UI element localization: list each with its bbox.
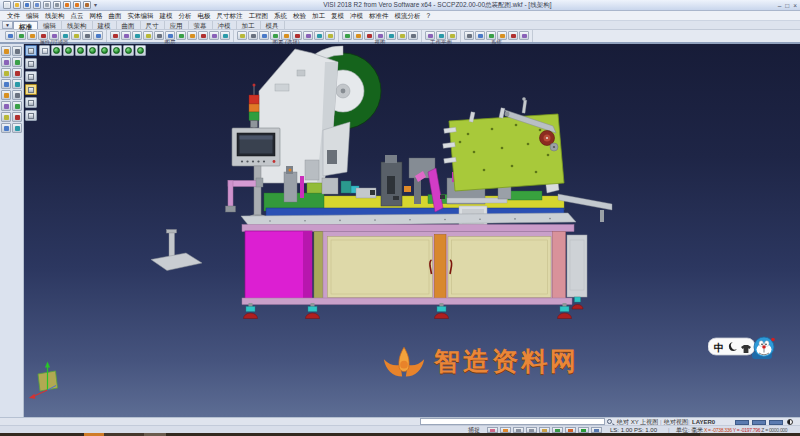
- open-file-icon[interactable]: [13, 1, 21, 9]
- import-icon[interactable]: [43, 1, 51, 9]
- menu-item[interactable]: 实体编辑: [125, 11, 157, 21]
- ribbon-tool-icon[interactable]: [5, 31, 15, 40]
- ribbon-tool-icon[interactable]: [16, 31, 26, 40]
- ime-language-button[interactable]: 中: [714, 342, 724, 353]
- ribbon-tool-icon[interactable]: [303, 31, 313, 40]
- ribbon-tool-icon[interactable]: [386, 31, 396, 40]
- sidebar-tool-icon[interactable]: [1, 79, 11, 89]
- menu-item[interactable]: 标准件: [366, 11, 392, 21]
- sidebar-tool-icon[interactable]: [12, 46, 22, 56]
- view-mode-icon[interactable]: [39, 45, 50, 56]
- toolbar-tab[interactable]: 曲面: [117, 21, 141, 29]
- sidebar-tool-icon[interactable]: [12, 57, 22, 67]
- view-orientation-icon[interactable]: [123, 45, 134, 56]
- ribbon-tool-icon[interactable]: [93, 31, 103, 40]
- save-icon[interactable]: [23, 1, 31, 9]
- sidebar-tool-icon[interactable]: [1, 101, 11, 111]
- sidebar-tool-icon[interactable]: [1, 123, 11, 133]
- display-option-icon[interactable]: [25, 71, 37, 82]
- sidebar-tool-icon[interactable]: [12, 90, 22, 100]
- maximize-button[interactable]: □: [785, 1, 789, 10]
- menu-item[interactable]: 冲模: [347, 11, 366, 21]
- view-orientation-icon[interactable]: [111, 45, 122, 56]
- ribbon-tool-icon[interactable]: [198, 31, 208, 40]
- toolbar-tab[interactable]: 尺寸: [141, 21, 165, 29]
- ribbon-tool-icon[interactable]: [408, 31, 418, 40]
- menu-item[interactable]: 线架构: [42, 11, 68, 21]
- ribbon-tool-icon[interactable]: [325, 31, 335, 40]
- view-orientation-icon[interactable]: [135, 45, 146, 56]
- menu-item[interactable]: 复模: [328, 11, 347, 21]
- ribbon-tool-icon[interactable]: [259, 31, 269, 40]
- ribbon-tool-icon[interactable]: [110, 31, 120, 40]
- sidebar-tool-icon[interactable]: [1, 112, 11, 122]
- menu-item[interactable]: 尺寸标注: [214, 11, 246, 21]
- view-orientation-icon[interactable]: [99, 45, 110, 56]
- sidebar-tool-icon[interactable]: [1, 57, 11, 67]
- ribbon-tool-icon[interactable]: [209, 31, 219, 40]
- ribbon-tool-icon[interactable]: [187, 31, 197, 40]
- sidebar-tool-icon[interactable]: [12, 101, 22, 111]
- ribbon-tool-icon[interactable]: [364, 31, 374, 40]
- menu-item[interactable]: 校验: [290, 11, 309, 21]
- ribbon-tool-icon[interactable]: [237, 31, 247, 40]
- view-orientation-icon[interactable]: [87, 45, 98, 56]
- menu-item[interactable]: 工程图: [246, 11, 272, 21]
- toolbar-tab[interactable]: 冲模: [213, 21, 237, 29]
- save-all-icon[interactable]: [33, 1, 41, 9]
- toolbar-tab[interactable]: 模具: [261, 21, 285, 29]
- view-preset-1[interactable]: [735, 420, 749, 425]
- view-preset-2[interactable]: [752, 420, 766, 425]
- toolbar-tab[interactable]: 建模: [93, 21, 117, 29]
- ribbon-tool-icon[interactable]: [154, 31, 164, 40]
- toolbar-tab[interactable]: 标准: [13, 21, 38, 29]
- search-icon[interactable]: [607, 419, 612, 424]
- toolbar-tab[interactable]: 萤幕: [189, 21, 213, 29]
- viewport-canvas[interactable]: 智造资料网 中: [24, 44, 800, 417]
- ribbon-tool-icon[interactable]: [176, 31, 186, 40]
- ribbon-tool-icon[interactable]: [464, 31, 474, 40]
- menu-item[interactable]: 系统: [271, 11, 290, 21]
- menu-item[interactable]: 点云: [68, 11, 87, 21]
- ime-toolbar[interactable]: 中: [708, 334, 776, 364]
- ribbon-tool-icon[interactable]: [82, 31, 92, 40]
- sidebar-tool-icon[interactable]: [1, 68, 11, 78]
- ribbon-tool-icon[interactable]: [27, 31, 37, 40]
- machine-assembly-model[interactable]: [24, 44, 800, 417]
- toolbar-tab[interactable]: 应用: [165, 21, 189, 29]
- minimize-button[interactable]: –: [778, 1, 782, 10]
- menu-item[interactable]: 编辑: [23, 11, 42, 21]
- redo-icon[interactable]: [73, 1, 81, 9]
- ribbon-tool-icon[interactable]: [121, 31, 131, 40]
- display-option-icon[interactable]: [25, 97, 37, 108]
- toolbar-tab[interactable]: 加工: [237, 21, 261, 29]
- view-orientation-icon[interactable]: [75, 45, 86, 56]
- ribbon-tool-icon[interactable]: [132, 31, 142, 40]
- machine-feet[interactable]: [244, 303, 572, 319]
- ribbon-tool-icon[interactable]: [248, 31, 258, 40]
- menu-item[interactable]: 模流分析: [392, 11, 424, 21]
- menu-item[interactable]: 建模: [157, 11, 176, 21]
- sidebar-tool-icon[interactable]: [12, 112, 22, 122]
- ribbon-tool-icon[interactable]: [519, 31, 529, 40]
- ribbon-tool-icon[interactable]: [314, 31, 324, 40]
- ribbon-tool-icon[interactable]: [508, 31, 518, 40]
- stamp-icon[interactable]: [83, 1, 91, 9]
- feeder-board[interactable]: [443, 97, 564, 191]
- view-preset-3[interactable]: [769, 420, 783, 425]
- new-file-icon[interactable]: [3, 1, 11, 9]
- display-option-icon[interactable]: [25, 45, 37, 56]
- ribbon-tool-icon[interactable]: [220, 31, 230, 40]
- ribbon-tool-icon[interactable]: [71, 31, 81, 40]
- toolbar-dropdown-icon[interactable]: ▼: [2, 21, 13, 29]
- display-option-icon[interactable]: [25, 110, 37, 121]
- view-orientation-icon[interactable]: [51, 45, 62, 56]
- display-option-icon[interactable]: [25, 84, 37, 95]
- command-input[interactable]: [420, 418, 605, 425]
- toolbar-tab[interactable]: 编辑: [38, 21, 62, 29]
- view-orientation-icon[interactable]: [63, 45, 74, 56]
- menu-item[interactable]: ?: [424, 11, 434, 21]
- menu-item[interactable]: 曲面: [106, 11, 125, 21]
- sidebar-tool-icon[interactable]: [1, 90, 11, 100]
- sidebar-tool-icon[interactable]: [12, 123, 22, 133]
